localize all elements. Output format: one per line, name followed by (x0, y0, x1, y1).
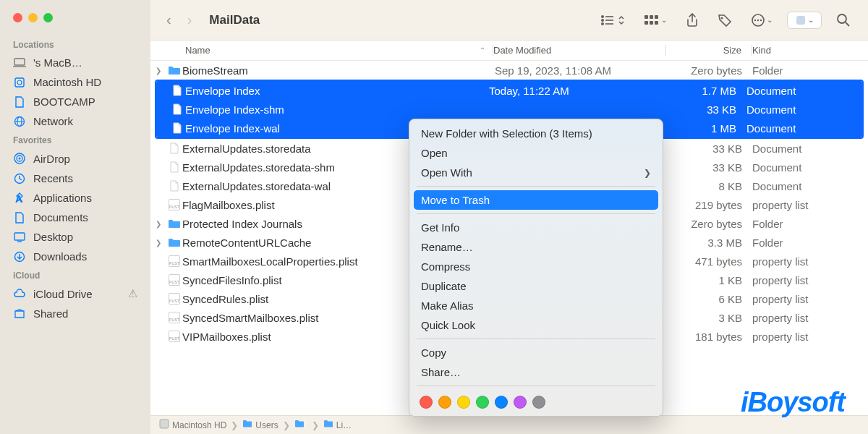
menu-item[interactable]: Open (409, 143, 663, 163)
doc-icon (166, 142, 182, 154)
menu-item-label: Compress (421, 260, 470, 273)
folder-icon (166, 237, 182, 247)
file-row[interactable]: Envelope IndexToday, 11:22 AM1.7 MBDocum… (156, 81, 862, 100)
path-segment[interactable]: Li… (323, 420, 352, 430)
globe-icon (13, 116, 26, 127)
group-button[interactable]: ⌄ (639, 12, 671, 29)
menu-item[interactable]: New Folder with Selection (3 Items) (409, 124, 663, 143)
sidebar-item[interactable]: AirDrop (0, 148, 150, 169)
svg-point-16 (602, 15, 603, 17)
tag-color[interactable] (457, 396, 470, 409)
sidebar-item[interactable]: Desktop (0, 227, 150, 247)
plist-icon: PLIST (166, 312, 182, 323)
plist-icon: PLIST (166, 293, 182, 305)
disclosure-icon[interactable]: ❯ (150, 239, 166, 247)
file-name: BiomeStream (182, 64, 495, 77)
menu-item-label: Open (421, 147, 448, 159)
tag-color[interactable] (532, 396, 545, 409)
sidebar-item[interactable]: Network (0, 111, 150, 131)
sidebar-item[interactable]: iCloud Drive⚠ (0, 284, 150, 304)
minimize-button[interactable] (28, 13, 38, 22)
folder-icon (166, 218, 182, 229)
path-label: Macintosh HD (172, 420, 226, 430)
file-size: 8 KB (667, 180, 752, 192)
fullscreen-button[interactable] (43, 13, 53, 22)
tag-color[interactable] (476, 396, 489, 409)
disclosure-icon[interactable]: ❯ (150, 220, 166, 228)
svg-rect-2 (15, 78, 24, 87)
menu-item[interactable]: Make Alias (409, 296, 663, 315)
window-title: MailData (209, 13, 260, 27)
column-name[interactable]: Name⌃ (150, 45, 493, 56)
menu-separator (417, 339, 655, 339)
menu-item[interactable]: Share… (409, 362, 663, 382)
menu-item-label: Copy (421, 346, 446, 359)
shared-icon (13, 308, 26, 320)
menu-item[interactable]: Rename… (409, 237, 663, 257)
disclosure-icon[interactable]: ❯ (150, 67, 166, 75)
search-button[interactable] (832, 10, 855, 30)
menu-item[interactable]: Copy (409, 343, 663, 362)
column-kind[interactable]: Kind (752, 45, 868, 56)
path-segment[interactable] (294, 420, 307, 430)
column-date[interactable]: Date Modified (493, 45, 665, 56)
path-icon (294, 420, 305, 430)
sidebar-item[interactable]: Shared (0, 304, 150, 323)
tag-color[interactable] (495, 396, 508, 409)
sidebar-item[interactable]: Macintosh HD (0, 72, 150, 92)
close-button[interactable] (13, 13, 22, 22)
doc-icon (169, 85, 185, 96)
path-segment[interactable]: Macintosh HD (159, 419, 226, 431)
menu-item-label: New Folder with Selection (3 Items) (421, 127, 592, 140)
menu-item[interactable]: Get Info (409, 218, 663, 237)
back-button[interactable]: ‹ (163, 12, 174, 28)
menu-item-label: Get Info (421, 221, 459, 234)
sidebar-item[interactable]: 's MacB… (0, 53, 150, 72)
svg-rect-33 (796, 16, 805, 25)
menu-separator (417, 213, 655, 214)
file-row[interactable]: ❯BiomeStreamSep 19, 2023, 11:08 AMZero b… (150, 61, 868, 80)
sort-indicator-icon: ⌃ (480, 46, 485, 54)
svg-point-3 (17, 80, 22, 85)
tags-button[interactable] (713, 10, 736, 30)
menu-item[interactable]: Quick Look (409, 315, 663, 335)
sidebar-item-label: iCloud Drive (33, 288, 93, 300)
tag-row (409, 390, 663, 412)
file-size: 3 KB (667, 312, 752, 324)
forward-button[interactable]: › (184, 12, 195, 28)
column-size[interactable]: Size (666, 45, 752, 56)
file-size: 1 MB (661, 122, 746, 135)
tag-color[interactable] (438, 396, 451, 409)
share-button[interactable] (681, 10, 703, 30)
window-controls (0, 7, 150, 35)
menu-item[interactable]: Open With❯ (409, 163, 663, 182)
sidebar-item[interactable]: AApplications (0, 188, 150, 208)
path-segment[interactable]: Users (242, 420, 278, 430)
path-label: Users (255, 420, 278, 430)
sidebar-item[interactable]: Downloads (0, 247, 150, 266)
badge-button[interactable]: ⌄ (787, 12, 822, 29)
sidebar-heading: Locations (0, 35, 150, 53)
menu-item[interactable]: Compress (409, 257, 663, 276)
svg-point-31 (757, 19, 759, 20)
tag-color[interactable] (420, 396, 433, 409)
path-icon (159, 419, 169, 431)
view-list-button[interactable] (596, 12, 629, 29)
menu-item[interactable]: Move to Trash (414, 190, 658, 210)
file-size: 33 KB (667, 142, 752, 155)
cloud-icon (13, 289, 26, 299)
tag-color[interactable] (514, 396, 527, 409)
file-size: 6 KB (667, 293, 752, 305)
sidebar-item[interactable]: BOOTCAMP (0, 92, 150, 111)
file-row[interactable]: Envelope Index-shm33 KBDocument (156, 100, 862, 119)
menu-item[interactable]: Duplicate (409, 276, 663, 296)
sidebar-item-label: Shared (33, 307, 68, 320)
file-kind: Document (752, 161, 868, 174)
apps-icon: A (13, 192, 26, 204)
more-button[interactable]: ⌄ (746, 10, 777, 30)
context-menu: New Folder with Selection (3 Items)OpenO… (409, 119, 663, 417)
svg-point-18 (602, 19, 603, 20)
sidebar-item[interactable]: Recents (0, 169, 150, 188)
sidebar-item[interactable]: Documents (0, 208, 150, 227)
sidebar-item-label: Desktop (33, 231, 73, 243)
